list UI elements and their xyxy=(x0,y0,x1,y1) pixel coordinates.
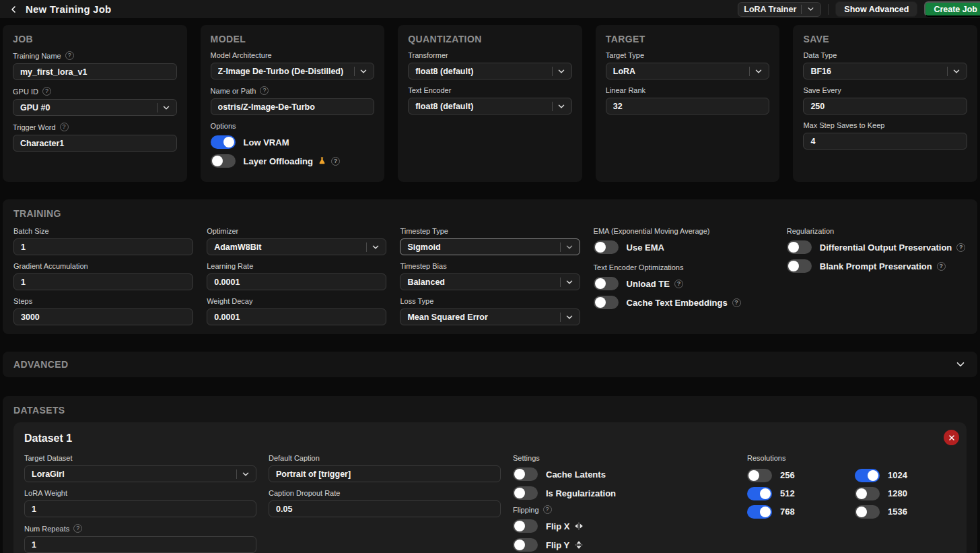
resolution-1536-label: 1536 xyxy=(888,507,907,517)
use-ema-toggle[interactable] xyxy=(594,240,619,254)
chevron-down-icon xyxy=(565,313,574,322)
is-regularization-toggle[interactable] xyxy=(513,486,538,500)
trainer-type-select[interactable]: LoRA Trainer xyxy=(738,2,821,17)
help-icon[interactable]: ? xyxy=(73,524,82,533)
resolution-1024-toggle[interactable] xyxy=(855,469,880,482)
quantization-card-title: QUANTIZATION xyxy=(408,34,572,44)
transformer-quant-select[interactable]: float8 (default) xyxy=(408,63,572,79)
flip-x-toggle[interactable] xyxy=(513,519,538,533)
help-icon[interactable]: ? xyxy=(543,505,552,514)
datasets-section-title: DATASETS xyxy=(13,405,967,416)
help-icon[interactable]: ? xyxy=(42,87,51,96)
advanced-section-header[interactable]: ADVANCED xyxy=(3,352,977,377)
layer-offloading-toggle[interactable] xyxy=(211,154,236,168)
flip-y-toggle[interactable] xyxy=(513,538,538,552)
gpu-id-value: GPU #0 xyxy=(20,103,157,112)
help-icon[interactable]: ? xyxy=(65,51,74,60)
dataset-settings-label: Settings xyxy=(513,454,735,462)
resolution-1536-toggle[interactable] xyxy=(855,505,880,519)
gradient-accumulation-input[interactable] xyxy=(13,273,193,290)
num-repeats-input[interactable] xyxy=(24,536,256,553)
optimizer-select[interactable]: AdamW8Bit xyxy=(207,238,386,255)
help-icon[interactable]: ? xyxy=(331,157,340,166)
help-icon[interactable]: ? xyxy=(260,86,269,95)
steps-input[interactable] xyxy=(13,308,193,325)
linear-rank-input[interactable] xyxy=(606,98,770,115)
select-divider xyxy=(560,278,561,287)
timestep-bias-select[interactable]: Balanced xyxy=(400,273,580,290)
training-col-4: EMA (Exponential Moving Average) Use EMA… xyxy=(594,226,773,325)
text-encoder-quant-select[interactable]: float8 (default) xyxy=(408,98,572,115)
timestep-type-select[interactable]: Sigmoid xyxy=(400,238,580,255)
trigger-word-input[interactable] xyxy=(13,135,177,152)
model-architecture-value: Z-Image De-Turbo (De-Distilled) xyxy=(218,67,355,76)
data-type-select[interactable]: BF16 xyxy=(803,63,967,79)
cache-latents-label: Cache Latents xyxy=(546,469,606,480)
select-divider xyxy=(749,67,750,76)
chevron-down-icon[interactable] xyxy=(954,358,967,370)
default-caption-label: Default Caption xyxy=(269,454,320,462)
learning-rate-input[interactable] xyxy=(207,273,386,290)
cache-latents-toggle[interactable] xyxy=(513,467,538,481)
target-type-select[interactable]: LoRA xyxy=(606,63,770,79)
training-col-3: Timestep Type Sigmoid Timestep Bias Bala… xyxy=(400,226,580,325)
trigger-word-label: Trigger Word xyxy=(13,123,56,131)
batch-size-label: Batch Size xyxy=(13,227,49,235)
select-divider xyxy=(552,67,553,76)
help-icon[interactable]: ? xyxy=(732,298,741,307)
help-icon[interactable]: ? xyxy=(674,280,683,288)
toggle-knob xyxy=(595,242,606,253)
chevron-down-icon xyxy=(806,5,815,13)
page-title: New Training Job xyxy=(26,3,111,15)
low-vram-toggle[interactable] xyxy=(211,135,236,149)
chevron-down-icon xyxy=(565,278,574,287)
caption-dropout-input[interactable] xyxy=(269,500,501,517)
training-name-input[interactable] xyxy=(13,63,177,80)
cache-text-embeddings-toggle[interactable] xyxy=(594,296,619,309)
weight-decay-label: Weight Decay xyxy=(207,297,252,305)
lora-weight-input[interactable] xyxy=(24,500,256,517)
blank-prompt-preservation-toggle[interactable] xyxy=(787,259,812,273)
create-job-button[interactable]: Create Job xyxy=(924,1,980,17)
differential-output-preservation-toggle[interactable] xyxy=(787,240,812,254)
gradient-accumulation-label: Gradient Accumulation xyxy=(13,262,88,270)
resolution-512-toggle[interactable] xyxy=(747,487,772,500)
training-col-2: Optimizer AdamW8Bit Learning Rate Weight… xyxy=(207,226,386,325)
remove-dataset-button[interactable] xyxy=(944,430,959,445)
resolution-256-toggle[interactable] xyxy=(747,469,772,482)
help-icon[interactable]: ? xyxy=(937,262,946,271)
back-button[interactable] xyxy=(7,3,20,16)
show-advanced-button[interactable]: Show Advanced xyxy=(835,1,917,17)
dataset-col-1: Target Dataset LoraGirl LoRA Weight Num … xyxy=(24,453,256,553)
target-dataset-select[interactable]: LoraGirl xyxy=(24,465,256,482)
training-col-1: Batch Size Gradient Accumulation Steps xyxy=(13,226,193,325)
resolution-1024-label: 1024 xyxy=(888,470,907,480)
weight-decay-input[interactable] xyxy=(207,308,386,325)
name-or-path-input[interactable] xyxy=(211,98,375,115)
chevron-down-icon xyxy=(557,102,566,111)
low-vram-row: Low VRAM xyxy=(211,135,375,149)
flip-vertical-icon xyxy=(574,540,584,550)
low-vram-label: Low VRAM xyxy=(244,137,289,148)
toggle-knob xyxy=(514,469,525,480)
batch-size-input[interactable] xyxy=(13,238,193,255)
toggle-knob xyxy=(514,521,525,531)
save-every-input[interactable] xyxy=(803,98,967,115)
help-icon[interactable]: ? xyxy=(956,243,965,252)
name-or-path-label: Name or Path xyxy=(211,87,256,95)
resolution-768-toggle[interactable] xyxy=(747,505,772,519)
help-icon[interactable]: ? xyxy=(60,123,69,131)
resolution-1280-toggle[interactable] xyxy=(855,487,880,500)
loss-type-select[interactable]: Mean Squared Error xyxy=(400,308,580,325)
job-card-title: JOB xyxy=(13,34,177,44)
toggle-knob xyxy=(788,261,799,271)
gpu-id-select[interactable]: GPU #0 xyxy=(13,99,177,116)
default-caption-input[interactable] xyxy=(269,465,501,482)
timestep-bias-label: Timestep Bias xyxy=(400,262,446,270)
toggle-knob xyxy=(514,488,525,498)
unload-te-toggle[interactable] xyxy=(594,277,619,290)
resolutions-label: Resolutions xyxy=(747,454,963,462)
max-step-saves-input[interactable] xyxy=(803,133,967,150)
select-divider xyxy=(801,5,802,14)
model-architecture-select[interactable]: Z-Image De-Turbo (De-Distilled) xyxy=(211,63,375,79)
